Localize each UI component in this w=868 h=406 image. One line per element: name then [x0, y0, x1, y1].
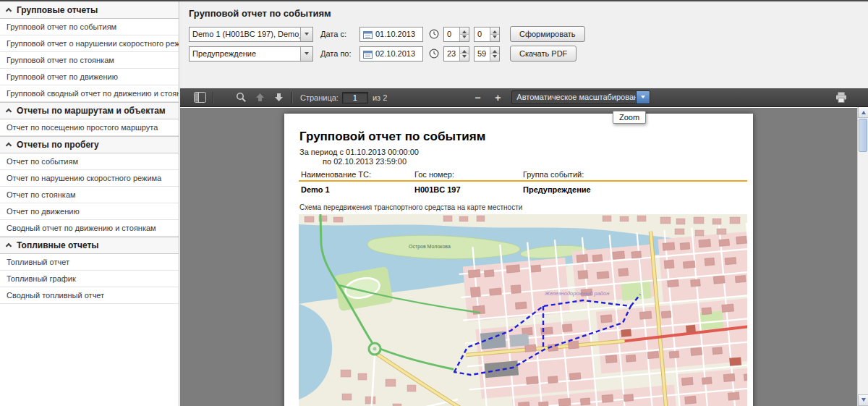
sidebar-section-header-fuel-reports[interactable]: Топливные отчеты — [0, 237, 179, 254]
chevron-down-icon — [300, 28, 312, 41]
sidebar-item[interactable]: Сводный топливный отчет — [0, 287, 179, 304]
stepper-down-icon[interactable] — [460, 54, 469, 61]
sidebar-section-title: Топливные отчеты — [17, 237, 99, 254]
page-number-input[interactable] — [342, 92, 368, 103]
sidebar-item[interactable]: Отчет по событиям — [0, 153, 179, 170]
stepper-up-icon[interactable] — [460, 28, 469, 34]
hours-from-stepper[interactable]: 0 — [443, 27, 469, 42]
chevron-down-icon — [636, 91, 650, 103]
report-title: Групповой отчет по событиям — [299, 130, 485, 144]
vehicle-select[interactable]: Demo 1 (H001BC 197), Demo_1 — [189, 27, 313, 42]
value-events: Предупреждение — [523, 185, 591, 194]
date-from-field[interactable]: 01.10.2013 — [359, 27, 423, 42]
page-title: Групповой отчет по событиям — [189, 8, 331, 19]
chevron-down-icon — [300, 47, 312, 61]
date-from-value: 01.10.2013 — [375, 30, 415, 38]
clock-icon — [429, 48, 439, 59]
report-map: Остров Молокова Железнодорожный район — [299, 214, 747, 406]
minutes-to-stepper[interactable]: 59 — [474, 46, 500, 62]
vehicle-select-value: Demo 1 (H001BC 197), Demo_1 — [190, 28, 300, 41]
column-header-vehicle: Наименование ТС: — [301, 170, 371, 179]
sidebar-item[interactable]: Групповой отчет по движению — [0, 69, 179, 85]
vertical-scrollbar[interactable] — [857, 106, 868, 406]
next-page-icon[interactable] — [269, 90, 288, 105]
event-group-select-value: Предупреждение — [190, 47, 300, 61]
date-to-field[interactable]: 02.10.2013 — [359, 46, 423, 62]
zoom-scale-select[interactable]: Автоматическое масштабирование — [511, 90, 650, 104]
calendar-icon — [363, 30, 373, 39]
sidebar-item[interactable]: Топливный отчет — [0, 254, 179, 271]
zoom-tooltip: Zoom — [613, 111, 646, 124]
stepper-down-icon[interactable] — [490, 54, 499, 61]
zoom-in-icon[interactable]: + — [488, 90, 507, 105]
sidebar-item[interactable]: Топливный график — [0, 271, 179, 287]
page-count-label: из 2 — [373, 93, 387, 102]
sidebar-section-header-group-reports[interactable]: Групповые отчеты — [0, 1, 179, 19]
window-top-border — [0, 0, 868, 1]
sidebar-section-header-mileage-reports[interactable]: Отчеты по пробегу — [0, 136, 179, 153]
hours-to-value: 23 — [444, 47, 459, 61]
date-to-value: 02.10.2013 — [375, 49, 415, 58]
sidebar-section-title: Отчеты по пробегу — [17, 136, 99, 153]
report-period-line1: За период с 01.10.2013 00:00:00 — [299, 148, 419, 156]
sidebar-section-title: Отчеты по маршрутам и объектам — [17, 102, 166, 119]
map-district-label: Железнодорожный район — [544, 290, 609, 297]
sidebar-section-header-route-reports[interactable]: Отчеты по маршрутам и объектам — [0, 102, 179, 119]
clock-icon — [429, 29, 439, 39]
calendar-icon — [363, 49, 373, 59]
stepper-down-icon[interactable] — [490, 34, 499, 41]
print-icon[interactable] — [832, 90, 851, 105]
date-from-label: Дата с: — [320, 30, 358, 38]
previous-page-icon[interactable] — [250, 90, 269, 105]
chevron-up-icon — [6, 109, 12, 114]
stepper-up-icon[interactable] — [490, 28, 499, 34]
sidebar-item[interactable]: Групповой сводный отчет по движению и ст… — [0, 85, 179, 102]
hours-from-value: 0 — [444, 28, 459, 41]
sidebar-item[interactable]: Отчет по посещению простого маршрута — [0, 119, 179, 136]
chevron-up-icon — [6, 143, 12, 148]
minutes-from-value: 0 — [475, 28, 490, 41]
page-label: Страница: — [300, 93, 339, 102]
column-header-events: Группа событий: — [523, 170, 584, 179]
scrollbar-thumb[interactable] — [859, 119, 867, 152]
scroll-down-icon[interactable] — [858, 394, 868, 406]
search-icon[interactable] — [231, 90, 250, 105]
zoom-scale-value: Автоматическое масштабирование — [512, 91, 636, 103]
pdf-page: Групповой отчет по событиям За период с … — [284, 114, 753, 406]
sidebar-item[interactable]: Групповой отчет о нарушении скоростного … — [0, 35, 179, 52]
map-island-label: Остров Молокова — [409, 244, 451, 250]
pdf-viewer[interactable]: Групповой отчет по событиям За период с … — [180, 108, 857, 406]
sidebar-item[interactable]: Отчет по движению — [0, 203, 179, 220]
table-header-rule — [299, 180, 747, 182]
map-caption: Схема передвижения транспортного средств… — [299, 203, 522, 211]
date-to-label: Дата по: — [320, 49, 358, 58]
sidebar-toggle-icon[interactable] — [190, 90, 209, 105]
report-form: Групповой отчет по событиям Demo 1 (H001… — [180, 1, 868, 88]
value-plate: H001BC 197 — [414, 185, 461, 194]
stepper-up-icon[interactable] — [460, 47, 469, 54]
stepper-down-icon[interactable] — [460, 34, 469, 41]
toolbar-separator — [213, 92, 213, 103]
toolbar-separator — [292, 92, 292, 103]
sidebar-item[interactable]: Групповой отчет по стоянкам — [0, 52, 179, 69]
sidebar-item[interactable]: Отчет по нарушению скоростного режима — [0, 170, 179, 187]
minutes-from-stepper[interactable]: 0 — [474, 27, 500, 42]
stepper-up-icon[interactable] — [490, 47, 499, 54]
download-pdf-button[interactable]: Скачать PDF — [510, 46, 576, 62]
chevron-up-icon — [6, 7, 12, 13]
chevron-up-icon — [6, 243, 12, 249]
column-header-plate: Гос номер: — [414, 170, 454, 179]
main-panel: Групповой отчет по событиям Demo 1 (H001… — [180, 1, 868, 406]
pdf-toolbar: Страница: из 2 − + Автоматическое масшта… — [180, 88, 868, 107]
report-period-line2: по 02.10.2013 23:59:00 — [323, 157, 407, 166]
hours-to-stepper[interactable]: 23 — [443, 46, 469, 62]
scroll-up-icon[interactable] — [858, 106, 868, 118]
sidebar-item[interactable]: Групповой отчет по событиям — [0, 19, 179, 35]
event-group-select[interactable]: Предупреждение — [189, 46, 313, 62]
generate-report-button[interactable]: Сформировать — [510, 26, 585, 42]
sidebar-item[interactable]: Отчет по стоянкам — [0, 187, 179, 203]
value-vehicle: Demo 1 — [301, 185, 330, 194]
sidebar-item[interactable]: Сводный отчет по движению и стоянкам — [0, 220, 179, 237]
reports-sidebar: Групповые отчеты Групповой отчет по собы… — [0, 1, 179, 406]
zoom-out-icon[interactable]: − — [468, 90, 487, 105]
